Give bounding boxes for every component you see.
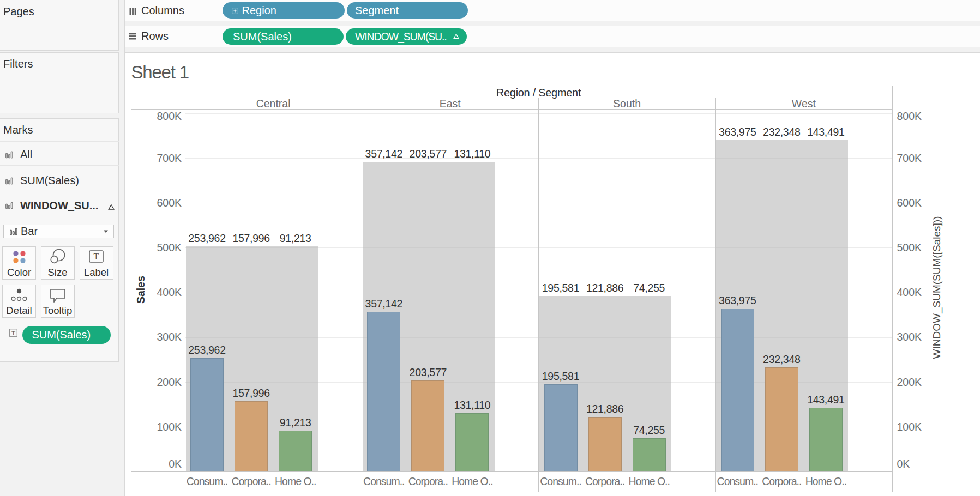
svg-text:T: T: [11, 330, 15, 336]
svg-text:T: T: [94, 252, 99, 261]
